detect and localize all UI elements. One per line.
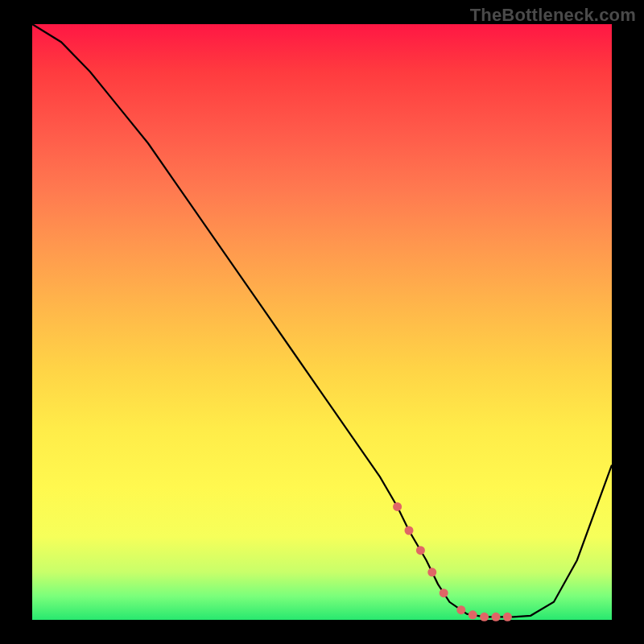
watermark-text: TheBottleneck.com bbox=[470, 5, 636, 26]
optimal-dot bbox=[503, 613, 512, 621]
optimal-dot bbox=[393, 502, 402, 511]
bottleneck-curve bbox=[32, 24, 612, 620]
optimal-dot bbox=[469, 610, 477, 619]
plot-area bbox=[32, 24, 612, 620]
optimal-dot bbox=[405, 526, 414, 535]
optimal-dot bbox=[492, 613, 501, 621]
optimal-dot bbox=[440, 588, 448, 597]
optimal-dot bbox=[456, 605, 465, 614]
curve-line bbox=[32, 24, 612, 617]
optimal-dot bbox=[416, 546, 425, 555]
optimal-dot bbox=[427, 568, 436, 576]
optimal-dot bbox=[480, 613, 489, 621]
chart-frame: TheBottleneck.com bbox=[0, 0, 644, 644]
